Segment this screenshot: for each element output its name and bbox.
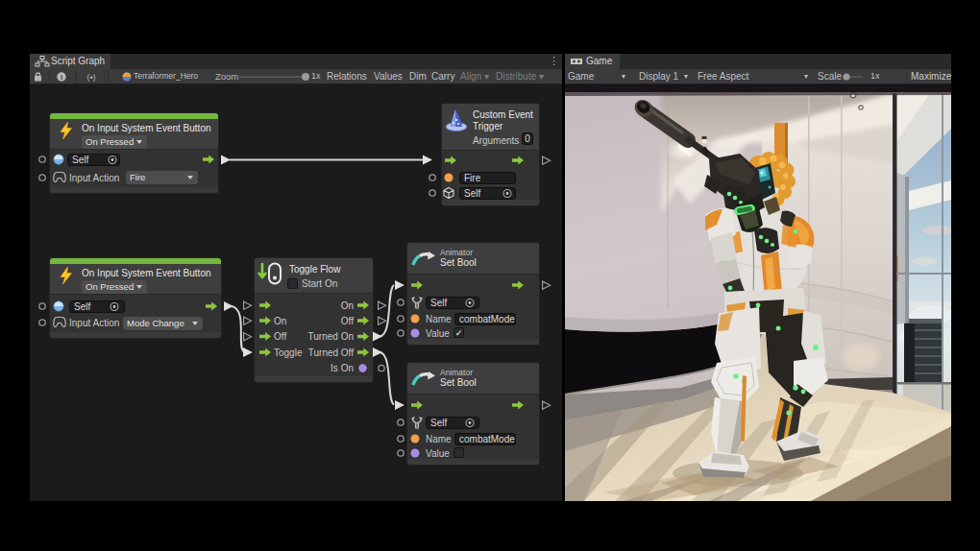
svg-text:On: On: [274, 316, 286, 326]
svg-text:Off: Off: [274, 331, 286, 342]
svg-text:Value: Value: [426, 448, 450, 459]
svg-text:Value: Value: [426, 328, 450, 339]
svg-text:Name: Name: [426, 314, 452, 324]
svg-text:Name: Name: [426, 434, 452, 444]
svg-text:Turned On: Turned On: [308, 331, 354, 342]
svg-text:Turned Off: Turned Off: [308, 347, 354, 358]
svg-text:Toggle: Toggle: [274, 347, 303, 358]
svg-text:Off: Off: [341, 316, 354, 326]
svg-text:Input Action: Input Action: [69, 318, 119, 328]
svg-text:On: On: [341, 300, 354, 311]
svg-text:Is On: Is On: [331, 363, 354, 373]
svg-text:Input Action: Input Action: [69, 173, 119, 183]
